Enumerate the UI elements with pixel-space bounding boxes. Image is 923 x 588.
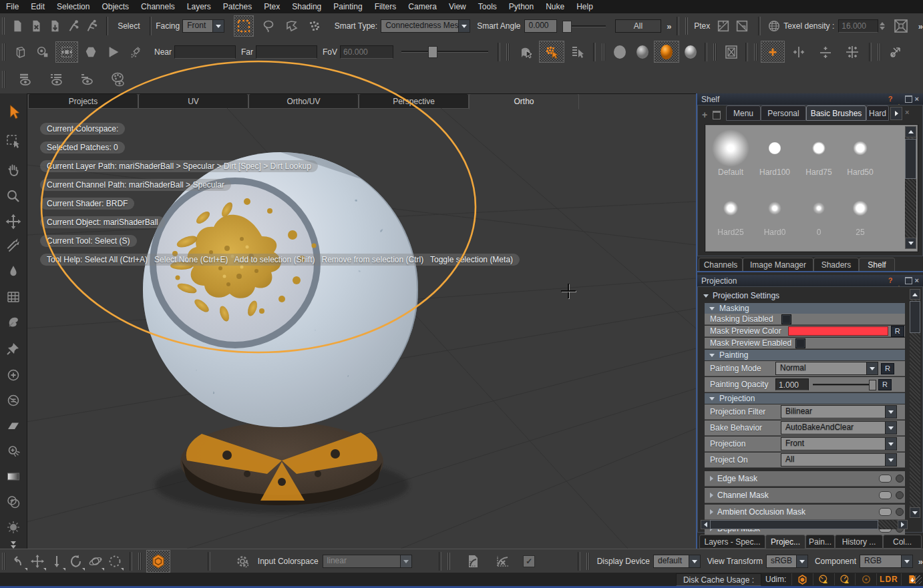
shelf-tab-basic-brushes[interactable]: Basic Brushes <box>806 105 866 121</box>
menu-file[interactable]: File <box>0 2 25 11</box>
menu-filters[interactable]: Filters <box>369 2 403 11</box>
paint-buffer-add-tool-icon[interactable] <box>4 366 23 384</box>
warning-icon[interactable] <box>896 276 902 286</box>
dock-tab-projection[interactable]: Projec... <box>765 535 805 549</box>
cache-gauge-warning-icon[interactable] <box>834 573 856 585</box>
paint-strokes-icon[interactable] <box>125 41 148 63</box>
shading-flat-icon[interactable] <box>608 41 631 63</box>
toolbar-drag-handle[interactable] <box>2 71 5 88</box>
shelf-tab-hard[interactable]: Hard <box>866 105 889 121</box>
show-whole-object-icon[interactable] <box>9 41 31 63</box>
toolbar-overflow-chevron[interactable]: » <box>918 21 923 31</box>
toolbar-drag-handle[interactable] <box>2 43 5 61</box>
show-selected-icon[interactable] <box>45 69 67 90</box>
projection-filter-dropdown[interactable]: Bilinear <box>781 405 897 418</box>
close-panel-icon[interactable]: × <box>915 95 919 103</box>
close-panel-icon[interactable]: × <box>915 277 919 284</box>
orbit-paint-icon[interactable] <box>85 551 105 571</box>
painting-opacity-field[interactable]: 1.000 <box>775 378 809 390</box>
edge-mask-toggle[interactable] <box>879 475 892 483</box>
dock-tab-channels[interactable]: Channels <box>699 258 743 272</box>
far-field[interactable] <box>256 45 317 59</box>
shelf-tab-personal[interactable]: Personal <box>761 105 806 121</box>
shading-basic-icon[interactable] <box>631 41 654 63</box>
painting-opacity-reset-button[interactable]: R <box>878 379 892 390</box>
mirror-x-icon[interactable] <box>787 41 810 63</box>
gradient-tool-icon[interactable] <box>4 467 23 486</box>
toolbar-drag-handle[interactable] <box>2 17 5 35</box>
near-field[interactable] <box>174 45 236 59</box>
projection-section-header[interactable]: Projection <box>705 393 905 404</box>
shading-lit-icon[interactable] <box>679 41 702 63</box>
projection-vscroll-up[interactable] <box>910 289 920 300</box>
projection-hscroll-right[interactable] <box>898 520 908 529</box>
shelf-scroll-thumb[interactable] <box>905 139 916 179</box>
texel-density-spinner[interactable] <box>880 22 885 30</box>
eraser-tool-icon[interactable] <box>4 416 23 435</box>
project-on-dropdown[interactable]: All <box>781 453 897 467</box>
shelf-titlebar[interactable]: Shelf ? × <box>697 93 923 105</box>
toolbar-drag-handle[interactable] <box>713 43 717 61</box>
viewport-tab-ortho-uv[interactable]: Ortho/UV <box>248 93 359 109</box>
projection-mirror-icon[interactable] <box>884 41 907 63</box>
menu-objects[interactable]: Objects <box>96 2 135 11</box>
smart-angle-field[interactable]: 0.000 <box>524 19 558 33</box>
color-curve-icon[interactable] <box>463 551 482 571</box>
painting-mode-dropdown[interactable]: Normal <box>775 362 878 375</box>
painting-mode-reset-button[interactable]: R <box>881 363 894 374</box>
shelf-scroll-up[interactable] <box>905 126 916 137</box>
view-transform-dropdown[interactable]: sRGB <box>766 555 808 568</box>
import-icon[interactable] <box>45 15 64 37</box>
brush-hard50[interactable]: Hard50 <box>839 129 882 177</box>
projection-vscroll-down[interactable] <box>910 507 920 518</box>
select-faces-mode-icon[interactable] <box>539 41 564 63</box>
fov-slider-knob[interactable] <box>428 46 437 58</box>
all-button[interactable]: All <box>615 19 661 33</box>
undo-paint-icon[interactable] <box>9 551 28 571</box>
toolbar-drag-handle[interactable] <box>685 17 688 35</box>
show-paint-target-icon[interactable] <box>31 41 54 63</box>
disable-symmetry-icon[interactable] <box>720 41 743 63</box>
menu-shading[interactable]: Shading <box>286 2 327 11</box>
menu-patches[interactable]: Patches <box>217 2 258 11</box>
transform-paint-tool-icon[interactable] <box>4 236 23 255</box>
dock-tab-shaders[interactable]: Shaders <box>813 258 859 272</box>
ambient-occlusion-mask-toggle[interactable] <box>879 508 892 516</box>
dock-tab-colors[interactable]: Col... <box>883 535 922 549</box>
masking-section-header[interactable]: Masking <box>705 303 905 314</box>
projection-hscrollbar[interactable] <box>701 520 908 529</box>
fov-field[interactable] <box>340 45 393 59</box>
toolbar-drag-handle[interactable] <box>506 43 510 61</box>
shelf-tab-scroll-right[interactable] <box>890 107 902 120</box>
smart-type-dropdown[interactable]: Connectedness Mesh <box>381 19 470 33</box>
menu-python[interactable]: Python <box>503 2 540 11</box>
shelf-tab-close-icon[interactable]: × <box>905 109 909 116</box>
toolbar-overflow-chevron[interactable]: » <box>918 557 923 567</box>
edge-mask-group[interactable]: Edge Mask <box>705 471 905 487</box>
shading-full-icon[interactable] <box>654 41 679 63</box>
menu-layers[interactable]: Layers <box>181 2 217 11</box>
brush-hard25[interactable]: Hard25 <box>709 189 752 237</box>
menu-help[interactable]: Help <box>570 2 599 11</box>
marquee-select-tool-icon[interactable] <box>4 132 23 151</box>
texel-density-field[interactable]: 16.000 <box>838 19 878 33</box>
select-tool-icon[interactable] <box>4 103 23 121</box>
menu-tools[interactable]: Tools <box>472 2 503 11</box>
move-paint-icon[interactable] <box>28 551 47 571</box>
paint-target-status-icon[interactable] <box>791 573 813 585</box>
viewport-tab-perspective[interactable]: Perspective <box>359 93 469 109</box>
mirror-y-icon[interactable] <box>814 41 837 63</box>
painting-section-header[interactable]: Painting <box>705 350 905 360</box>
projection-vscrollbar[interactable] <box>910 289 920 518</box>
patch-edit-mode-icon[interactable] <box>55 41 78 63</box>
painting-opacity-knob[interactable] <box>869 380 876 390</box>
brush-soft-0[interactable]: 0 <box>797 189 840 237</box>
smart-angle-slider[interactable] <box>562 25 605 27</box>
toolbar-drag-handle[interactable] <box>447 553 451 570</box>
dock-tab-image-manager[interactable]: Image Manager <box>743 258 813 272</box>
add-shelf-icon[interactable]: + <box>702 109 707 120</box>
target-status-icon[interactable] <box>855 573 876 585</box>
mask-preview-enabled-checkbox[interactable] <box>795 338 805 348</box>
menu-view[interactable]: View <box>443 2 472 11</box>
hide-selected-icon[interactable] <box>75 69 98 90</box>
